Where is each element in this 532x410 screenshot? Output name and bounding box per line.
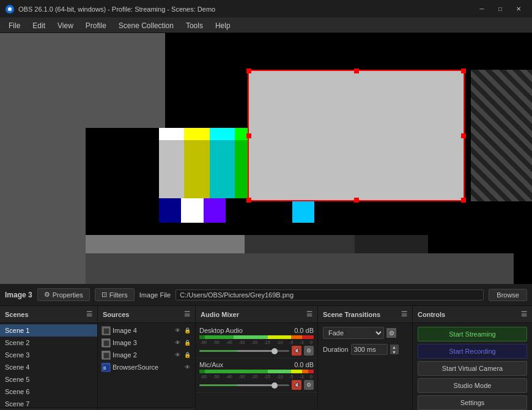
handle-ml[interactable] xyxy=(246,133,251,138)
sources-panel: Sources ☰ Image 4 👁 🔒 Image 3 xyxy=(98,306,196,410)
duration-input[interactable] xyxy=(351,344,388,355)
transitions-body: Fade Cut Swipe Slide ⚙ Duration ▲ ▼ xyxy=(318,323,412,410)
audio-fader-mic[interactable] xyxy=(199,384,289,386)
close-button[interactable]: ✕ xyxy=(510,3,527,15)
source-visibility-button[interactable]: 👁 xyxy=(173,351,182,359)
start-recording-button[interactable]: Start Recording xyxy=(418,344,527,359)
source-name: Image 3 xyxy=(113,339,137,346)
scenes-panel: Scenes ☰ Scene 1 Scene 2 Scene 3 Scene 4… xyxy=(0,306,98,410)
svg-point-1 xyxy=(8,7,12,11)
audio-settings-button[interactable]: ⚙ xyxy=(304,346,314,356)
scenes-list: Scene 1 Scene 2 Scene 3 Scene 4 Scene 5 … xyxy=(0,323,97,408)
controls-menu-icon[interactable]: ☰ xyxy=(521,310,527,318)
filter-icon: ⊡ xyxy=(102,291,107,299)
stripe-area xyxy=(471,70,532,201)
transition-type-row: Fade Cut Swipe Slide ⚙ xyxy=(318,324,412,341)
svg-rect-3 xyxy=(104,329,109,334)
transitions-header: Scene Transitions ☰ xyxy=(318,306,412,323)
transition-settings-button[interactable]: ⚙ xyxy=(386,328,396,338)
source-visibility-button[interactable]: 👁 xyxy=(173,338,182,347)
handle-br[interactable] xyxy=(461,198,466,203)
duration-down-button[interactable]: ▼ xyxy=(390,349,399,354)
window-title: OBS 26.1.0 (64-bit, windows) - Profile: … xyxy=(18,6,473,13)
audio-mixer-panel: Audio Mixer ☰ Desktop Audio 0.0 dB xyxy=(196,306,318,410)
duration-label: Duration xyxy=(323,346,349,353)
source-visibility-button[interactable]: 👁 xyxy=(183,363,191,371)
audio-fader-controls: 🔇 ⚙ xyxy=(199,346,314,356)
audio-fader-controls: 🔇 ⚙ xyxy=(199,380,314,390)
menu-scene-collection[interactable]: Scene Collection xyxy=(113,18,180,33)
studio-mode-button[interactable]: Studio Mode xyxy=(418,378,527,393)
browse-button[interactable]: Browse xyxy=(489,289,527,301)
sources-menu-icon[interactable]: ☰ xyxy=(184,310,190,318)
source-item[interactable]: Image 2 👁 🔒 xyxy=(98,349,195,361)
menu-edit[interactable]: Edit xyxy=(26,18,51,33)
start-virtual-camera-button[interactable]: Start Virtual Camera xyxy=(418,361,527,376)
menu-tools[interactable]: Tools xyxy=(180,18,209,33)
handle-bl[interactable] xyxy=(246,198,251,203)
sources-list: Image 4 👁 🔒 Image 3 👁 🔒 xyxy=(98,323,195,408)
start-streaming-button[interactable]: Start Streaming xyxy=(418,327,527,341)
menu-help[interactable]: Help xyxy=(209,18,237,33)
source-lock-button[interactable]: 🔒 xyxy=(183,338,191,347)
app-icon xyxy=(5,4,15,14)
scenes-header: Scenes ☰ xyxy=(0,306,97,323)
titlebar: OBS 26.1.0 (64-bit, windows) - Profile: … xyxy=(0,0,532,18)
source-label: Image 3 xyxy=(5,291,32,299)
audio-track-db: 0.0 dB xyxy=(294,327,314,334)
scene-item[interactable]: Scene 2 xyxy=(0,337,97,349)
transitions-menu-icon[interactable]: ☰ xyxy=(401,310,407,318)
scene-item[interactable]: Scene 4 xyxy=(0,361,97,373)
audio-fader[interactable] xyxy=(199,350,289,352)
audio-settings-button-mic[interactable]: ⚙ xyxy=(304,380,314,390)
source-lock-button[interactable]: 🔒 xyxy=(183,351,191,359)
source-name: Image 2 xyxy=(113,351,137,359)
preview-canvas xyxy=(0,33,532,284)
duration-spinbox: ▲ ▼ xyxy=(390,345,399,354)
bottom-panels: Scenes ☰ Scene 1 Scene 2 Scene 3 Scene 4… xyxy=(0,306,532,410)
source-type-icon xyxy=(102,338,110,347)
audio-track-desktop: Desktop Audio 0.0 dB -60-50-40-30-20-15-… xyxy=(196,324,317,359)
menu-file[interactable]: File xyxy=(2,18,26,33)
minimize-button[interactable]: ─ xyxy=(473,3,490,15)
scene-item[interactable]: Scene 7 xyxy=(0,398,97,408)
audio-track-mic: Mic/Aux 0.0 dB -60-50-40-30-20-15-10-5-3… xyxy=(196,359,317,393)
scene-item[interactable]: Scene 6 xyxy=(0,386,97,398)
scene-item[interactable]: Scene 1 xyxy=(0,324,97,337)
source-item[interactable]: Image 4 👁 🔒 xyxy=(98,324,195,337)
scenes-menu-icon[interactable]: ☰ xyxy=(86,310,92,318)
svg-text:B: B xyxy=(103,366,106,370)
handle-tl[interactable] xyxy=(246,69,251,73)
audio-track-name: Desktop Audio xyxy=(199,327,243,334)
handle-bm[interactable] xyxy=(354,198,359,203)
source-toolbar: Image 3 ⚙ Properties ⊡ Filters Image Fil… xyxy=(0,284,532,306)
scenes-footer: + − ▲ ▼ xyxy=(0,408,97,410)
source-path-value: C:/Users/OBS/Pictures/Grey169B.png xyxy=(175,289,484,300)
scene-item[interactable]: Scene 5 xyxy=(0,373,97,386)
source-visibility-button[interactable]: 👁 xyxy=(173,326,182,335)
source-item[interactable]: B BrowserSource 👁 xyxy=(98,361,195,373)
fader-thumb[interactable] xyxy=(272,382,278,389)
mute-button-mic[interactable]: 🔇 xyxy=(292,380,301,390)
gear-icon: ⚙ xyxy=(44,291,50,299)
scene-item[interactable]: Scene 3 xyxy=(0,349,97,361)
audio-menu-icon[interactable]: ☰ xyxy=(306,310,312,318)
handle-tm[interactable] xyxy=(354,69,359,73)
transition-type-select[interactable]: Fade Cut Swipe Slide xyxy=(323,327,384,339)
maximize-button[interactable]: □ xyxy=(492,3,509,15)
source-lock-button[interactable]: 🔒 xyxy=(183,326,191,335)
handle-mr[interactable] xyxy=(461,133,466,138)
settings-button[interactable]: Settings xyxy=(418,395,527,410)
window-controls: ─ □ ✕ xyxy=(473,3,527,15)
fader-thumb[interactable] xyxy=(272,348,278,354)
source-item[interactable]: Image 3 👁 🔒 xyxy=(98,337,195,349)
handle-tr[interactable] xyxy=(461,69,466,73)
mute-button[interactable]: 🔇 xyxy=(292,346,301,356)
properties-button[interactable]: ⚙ Properties xyxy=(37,288,90,301)
filters-button[interactable]: ⊡ Filters xyxy=(95,288,135,301)
menu-view[interactable]: View xyxy=(51,18,79,33)
duration-row: Duration ▲ ▼ xyxy=(318,341,412,357)
duration-up-button[interactable]: ▲ xyxy=(390,345,399,349)
menu-profile[interactable]: Profile xyxy=(79,18,113,33)
menubar: File Edit View Profile Scene Collection … xyxy=(0,18,532,33)
